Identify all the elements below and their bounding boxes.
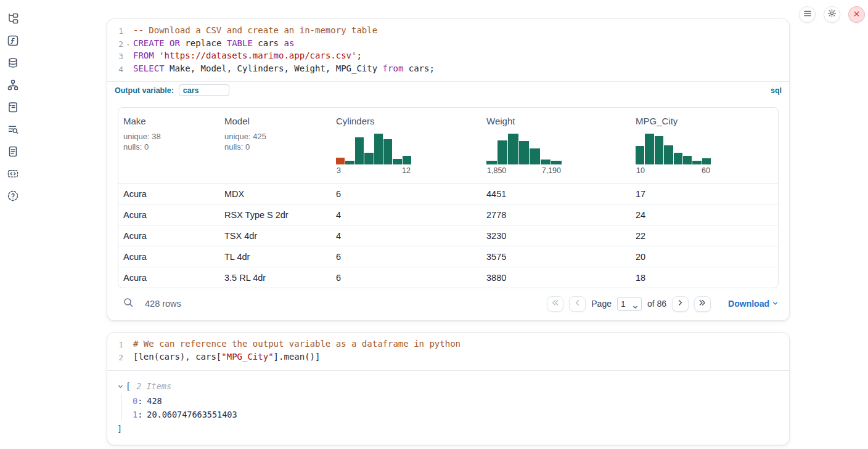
- table-cell: 6: [331, 267, 481, 288]
- output-variable-label: Output variable:: [115, 86, 174, 95]
- column-header-weight[interactable]: Weight1,8507,190: [481, 108, 631, 183]
- column-header-mpg_city[interactable]: MPG_City1060: [631, 108, 778, 183]
- histogram-bar[interactable]: [664, 145, 673, 164]
- sidebar-item-functions[interactable]: [7, 36, 18, 47]
- tree-output: [ 2 Items 0:4281:20.060747663551403 ]: [107, 370, 789, 445]
- table-cell: 3575: [481, 246, 631, 267]
- table-row[interactable]: AcuraTSX 4dr4323022: [118, 225, 778, 246]
- code-line[interactable]: 4SELECT Make, Model, Cylinders, Weight, …: [107, 63, 789, 76]
- histogram-bar[interactable]: [374, 134, 383, 164]
- histogram-bar[interactable]: [383, 139, 392, 164]
- tree-item[interactable]: 1:20.060747663551403: [133, 408, 779, 421]
- sidebar-item-dependency-graph[interactable]: [7, 81, 18, 92]
- previous-page-button[interactable]: [569, 296, 586, 312]
- histogram-bar[interactable]: [702, 158, 711, 164]
- table-cell: 20: [631, 246, 778, 267]
- table-cell: 3880: [481, 267, 631, 288]
- histogram-bar[interactable]: [683, 156, 692, 164]
- column-header-cylinders[interactable]: Cylinders312: [331, 108, 481, 183]
- table-cell: 4: [331, 225, 481, 246]
- sidebar-item-snippets[interactable]: [7, 169, 18, 180]
- chevron-left-icon: [573, 298, 582, 310]
- column-histogram: 312: [336, 134, 411, 175]
- column-header-make[interactable]: Makeunique: 38nulls: 0: [118, 108, 219, 183]
- histogram-bar[interactable]: [541, 160, 551, 164]
- histogram-bar[interactable]: [403, 156, 411, 164]
- last-page-button[interactable]: [694, 296, 711, 312]
- sidebar-item-search-logs[interactable]: [7, 125, 18, 136]
- code-line[interactable]: 2⌄CREATE OR replace TABLE cars as: [107, 38, 789, 51]
- download-button[interactable]: Download: [728, 299, 779, 309]
- first-page-button[interactable]: [547, 296, 563, 312]
- sidebar-item-help[interactable]: [7, 192, 18, 203]
- menu-button[interactable]: [799, 6, 816, 23]
- histogram-bar[interactable]: [519, 141, 530, 164]
- table-cell: TSX 4dr: [219, 225, 331, 246]
- histogram-bar[interactable]: [674, 153, 682, 164]
- list-search-icon: [7, 124, 18, 137]
- gear-icon: [827, 9, 837, 20]
- sql-cell: 1-- Download a CSV and create an in-memo…: [107, 18, 790, 321]
- document-icon: [7, 146, 18, 160]
- settings-button[interactable]: [824, 6, 840, 23]
- fold-chevron-icon[interactable]: ⌄: [123, 38, 133, 50]
- search-icon[interactable]: [123, 297, 134, 310]
- histogram-min-label: 3: [337, 166, 341, 175]
- page-select[interactable]: 1: [617, 297, 642, 311]
- table-row[interactable]: Acura3.5 RL 4dr6388018: [118, 267, 778, 288]
- python-code-editor[interactable]: 1# We can reference the output variable …: [107, 333, 789, 370]
- histogram-bars: [486, 134, 562, 164]
- table-row[interactable]: AcuraMDX6445117: [118, 183, 778, 204]
- column-histogram: 1060: [636, 134, 711, 175]
- sql-code-editor[interactable]: 1-- Download a CSV and create an in-memo…: [107, 19, 789, 81]
- histogram-bar[interactable]: [336, 158, 345, 164]
- code-line[interactable]: 1-- Download a CSV and create an in-memo…: [107, 25, 789, 38]
- chevron-down-icon: [772, 299, 779, 309]
- histogram-bar[interactable]: [636, 146, 644, 164]
- tree-item-value: 428: [147, 396, 162, 406]
- histogram-bar[interactable]: [486, 161, 497, 164]
- histogram-bar[interactable]: [393, 159, 401, 165]
- function-icon: [7, 35, 18, 49]
- histogram-max-label: 7,190: [542, 166, 561, 175]
- histogram-bar[interactable]: [692, 161, 701, 164]
- code-line[interactable]: 2[len(cars), cars["MPG_City"].mean()]: [107, 351, 789, 364]
- tree-item-key: 1: [133, 410, 137, 419]
- chevron-down-icon[interactable]: [117, 383, 124, 390]
- tree-item[interactable]: 0:428: [133, 394, 779, 408]
- histogram-axis: 312: [336, 164, 411, 175]
- tree-open-bracket: [: [126, 381, 131, 391]
- sidebar-item-datasources[interactable]: [7, 59, 18, 70]
- output-variable-input[interactable]: [179, 84, 229, 96]
- histogram-bar[interactable]: [364, 153, 373, 165]
- histogram-bar[interactable]: [508, 134, 518, 164]
- table-row[interactable]: AcuraTL 4dr6357520: [118, 246, 778, 267]
- column-label: Weight: [486, 116, 626, 126]
- line-number: 2: [107, 38, 123, 51]
- table-footer: 428 rows Page 1: [118, 295, 779, 312]
- column-header-model[interactable]: Modelunique: 425nulls: 0: [219, 108, 331, 183]
- table-cell: Acura: [118, 204, 219, 225]
- code-line[interactable]: 1# We can reference the output variable …: [107, 338, 789, 351]
- notebook-area: 1-- Download a CSV and create an in-memo…: [107, 18, 790, 445]
- line-number: 2: [107, 351, 123, 364]
- sidebar-item-logs[interactable]: [7, 103, 18, 114]
- next-page-button[interactable]: [672, 296, 689, 312]
- tree-item-value: 20.060747663551403: [147, 410, 237, 419]
- code-line[interactable]: 3FROM 'https://datasets.marimo.app/cars.…: [107, 50, 789, 63]
- language-badge[interactable]: sql: [771, 86, 782, 95]
- histogram-bar[interactable]: [497, 140, 508, 164]
- histogram-bar[interactable]: [355, 137, 364, 164]
- sidebar-item-documentation[interactable]: [7, 147, 18, 158]
- column-label: Cylinders: [336, 116, 477, 126]
- table-row[interactable]: AcuraRSX Type S 2dr4277824: [118, 204, 778, 225]
- sitemap-icon: [7, 79, 18, 93]
- histogram-bar[interactable]: [645, 134, 653, 164]
- code-text: SELECT Make, Model, Cylinders, Weight, M…: [133, 63, 435, 75]
- histogram-bar[interactable]: [345, 161, 354, 165]
- histogram-bar[interactable]: [551, 161, 562, 165]
- histogram-bar[interactable]: [530, 148, 540, 164]
- sidebar-item-file-explorer[interactable]: [7, 14, 18, 25]
- histogram-bar[interactable]: [655, 136, 663, 164]
- shutdown-button[interactable]: [848, 6, 865, 23]
